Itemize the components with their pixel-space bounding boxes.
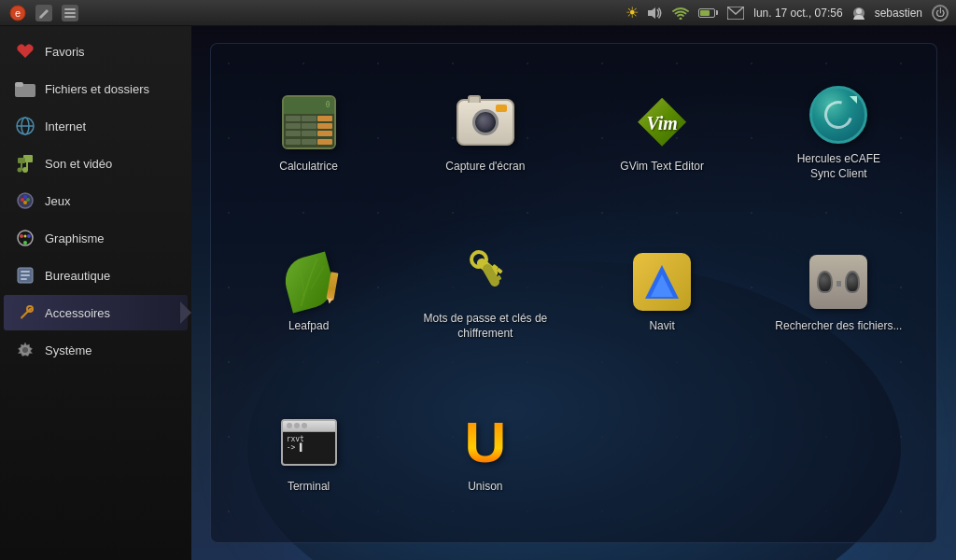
svg-rect-6	[64, 16, 76, 18]
settings-icon[interactable]	[60, 3, 80, 23]
topbar-right: ☀	[626, 4, 949, 21]
app-unison[interactable]: U Unison	[397, 373, 573, 533]
binoculars-icon	[808, 252, 868, 312]
app-label-rechercher: Rechercher des fichiers...	[775, 319, 902, 334]
svg-point-8	[680, 17, 682, 20]
sidebar-label-systeme: Système	[45, 343, 92, 357]
app-capture[interactable]: Capture d'écran	[397, 53, 573, 213]
vim-icon: Vim	[632, 92, 692, 152]
hercules-icon	[808, 85, 868, 145]
user-icon[interactable]	[852, 7, 865, 20]
app-label-navit: Navit	[649, 319, 674, 334]
app-label-unison: Unison	[468, 480, 502, 495]
keys-icon	[456, 245, 515, 304]
sidebar-label-favoris: Favoris	[45, 45, 85, 59]
content-area: 0 Calculatrice	[191, 26, 956, 560]
sidebar-label-graphisme: Graphisme	[45, 231, 105, 245]
wrench-icon	[15, 302, 35, 323]
folder-icon	[15, 78, 35, 99]
internet-icon	[15, 116, 35, 136]
sidebar-item-accessoires[interactable]: Accessoires	[4, 295, 188, 330]
username-display: sebastien	[875, 7, 922, 20]
sidebar-item-bureautique[interactable]: Bureautique	[4, 258, 188, 293]
app-rechercher[interactable]: Rechercher des fichiers...	[751, 213, 927, 372]
svg-point-11	[856, 8, 862, 14]
home-icon[interactable]: e	[7, 3, 28, 23]
sidebar-item-graphisme[interactable]: Graphisme	[4, 220, 188, 256]
sidebar-item-fichiers[interactable]: Fichiers et dossiers	[4, 71, 188, 106]
svg-rect-5	[64, 12, 76, 14]
app-hercules[interactable]: Hercules eCAFE Sync Client	[751, 53, 927, 213]
svg-rect-36	[21, 278, 27, 280]
sidebar: Favoris Fichiers et dossiers Internet	[0, 26, 191, 560]
svg-point-31	[23, 241, 27, 245]
svg-point-26	[23, 195, 27, 199]
topbar-left: e	[7, 3, 80, 23]
sidebar-arrow	[180, 301, 191, 324]
app-label-terminal: Terminal	[288, 480, 330, 495]
svg-rect-35	[21, 274, 30, 276]
sidebar-item-systeme[interactable]: Système	[4, 332, 188, 368]
joystick-icon	[15, 190, 35, 211]
edit-icon[interactable]	[34, 3, 54, 23]
app-terminal[interactable]: rxvt-> ▌ Terminal	[220, 373, 397, 533]
svg-rect-4	[64, 8, 76, 10]
app-label-motsdepasse: Mots de passe et clés de chiffrement	[401, 312, 569, 341]
sidebar-item-favoris[interactable]: Favoris	[4, 34, 188, 69]
app-calculatrice[interactable]: 0 Calculatrice	[220, 53, 397, 213]
app-motsdepasse[interactable]: Mots de passe et clés de chiffrement	[397, 213, 573, 372]
svg-marker-7	[648, 7, 655, 19]
svg-point-25	[26, 198, 30, 202]
app-empty-1	[574, 373, 751, 533]
sidebar-label-bureautique: Bureautique	[45, 269, 110, 283]
sidebar-label-jeux: Jeux	[45, 194, 70, 208]
power-button[interactable]: ⏻	[932, 5, 949, 21]
email-icon[interactable]	[727, 7, 744, 20]
svg-point-20	[22, 167, 28, 173]
svg-rect-34	[21, 271, 30, 273]
sidebar-item-jeux[interactable]: Jeux	[4, 183, 188, 218]
app-label-calculatrice: Calculatrice	[279, 160, 338, 175]
brightness-icon[interactable]: ☀	[626, 4, 639, 21]
svg-point-38	[22, 347, 28, 353]
app-navit[interactable]: Navit	[574, 213, 751, 372]
sidebar-item-son[interactable]: Son et vidéo	[4, 146, 188, 181]
svg-rect-18	[18, 158, 25, 163]
app-label-gvim: GVim Text Editor	[620, 160, 704, 175]
svg-point-29	[20, 234, 23, 238]
gear-icon	[15, 340, 35, 360]
svg-rect-13	[15, 82, 23, 87]
office-icon	[15, 265, 35, 286]
app-leafpad[interactable]: Leafpad	[220, 213, 397, 372]
music-icon	[15, 153, 35, 174]
app-label-hercules: Hercules eCAFE Sync Client	[797, 152, 880, 181]
leafpad-icon	[279, 252, 339, 312]
sidebar-item-internet[interactable]: Internet	[4, 108, 188, 144]
unison-icon: U	[456, 413, 515, 472]
main-layout: Favoris Fichiers et dossiers Internet	[0, 26, 956, 560]
datetime-display: lun. 17 oct., 07:56	[753, 7, 842, 20]
svg-text:e: e	[15, 7, 21, 19]
heart-icon	[15, 41, 35, 62]
camera-icon	[456, 92, 515, 152]
terminal-icon: rxvt-> ▌	[279, 413, 339, 472]
app-gvim[interactable]: Vim GVim Text Editor	[574, 53, 751, 213]
wifi-icon[interactable]	[672, 7, 689, 20]
topbar: e ☀	[0, 0, 956, 26]
svg-point-22	[18, 168, 22, 173]
app-label-leafpad: Leafpad	[288, 319, 329, 334]
navit-icon	[632, 252, 692, 312]
svg-point-30	[27, 234, 31, 238]
app-empty-2	[751, 373, 927, 533]
sidebar-label-fichiers: Fichiers et dossiers	[45, 82, 149, 96]
svg-point-27	[23, 201, 27, 204]
svg-point-32	[24, 235, 27, 238]
sidebar-label-son: Son et vidéo	[45, 157, 112, 171]
battery-icon[interactable]	[698, 8, 718, 18]
svg-point-24	[21, 198, 24, 202]
sidebar-label-accessoires: Accessoires	[45, 306, 110, 320]
volume-icon[interactable]	[648, 7, 663, 20]
app-panel: 0 Calculatrice	[210, 43, 937, 543]
calc-icon: 0	[279, 92, 339, 152]
paint-icon	[15, 228, 35, 248]
